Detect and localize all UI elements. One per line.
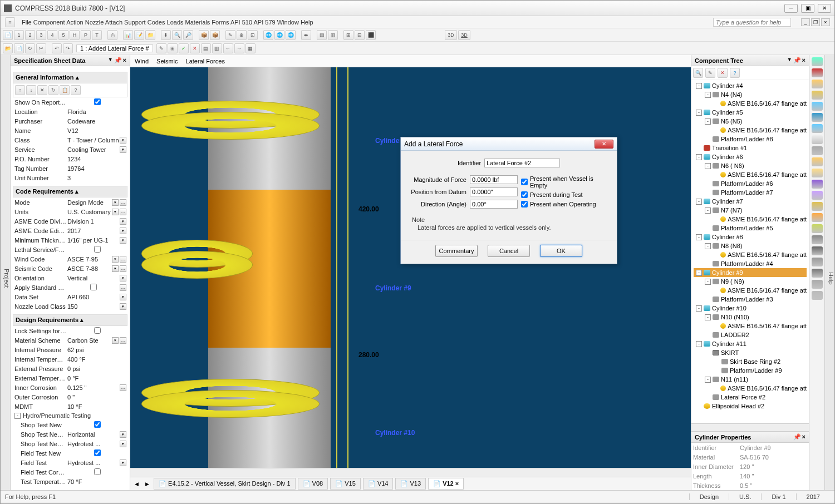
dropdown-icon[interactable]: ▾ xyxy=(112,337,119,344)
property-row[interactable]: Minimum Thickness1/16" per UG-1▾ xyxy=(13,235,127,245)
toolbar-icon[interactable]: 📦 xyxy=(210,30,220,40)
toolbar-icon[interactable]: ⬇ xyxy=(161,30,171,40)
toolbar-icon[interactable]: H xyxy=(70,30,80,40)
section-tool-icon[interactable]: 📋 xyxy=(60,85,70,95)
toolbar-icon[interactable]: 🔍 xyxy=(172,30,182,40)
document-tab[interactable]: 📄 E4.15.2 - Vertical Vessel, Skirt Desig… xyxy=(154,478,296,490)
cancel-button[interactable]: Cancel xyxy=(488,245,530,257)
section-tool-icon[interactable]: ✕ xyxy=(37,85,47,95)
view-tab[interactable]: Seismic xyxy=(156,58,178,65)
dropdown-icon[interactable]: ▾ xyxy=(120,218,126,225)
property-value[interactable]: 2017 xyxy=(66,228,120,234)
more-icon[interactable]: … xyxy=(120,209,126,215)
tree-node[interactable]: Ellipsoidal Head #2 xyxy=(694,402,807,411)
property-value[interactable]: 0 " xyxy=(66,394,127,401)
help-tab[interactable]: Help xyxy=(824,55,834,490)
dropdown-icon[interactable]: ▾ xyxy=(120,137,126,144)
section-header[interactable]: Design Requirements ▴ xyxy=(13,314,127,326)
tb-redo-icon[interactable]: ↷ xyxy=(63,43,73,53)
tree-node[interactable]: -Cylinder #9 xyxy=(694,268,807,277)
tb-undo-icon[interactable]: ↶ xyxy=(52,43,62,53)
palette-component-icon[interactable] xyxy=(812,213,823,222)
property-row[interactable]: Tag Number19764 xyxy=(13,164,127,173)
property-row[interactable]: Internal Temperature400 °F xyxy=(13,354,127,364)
section-header[interactable]: Code Requirements ▴ xyxy=(13,186,127,197)
panel-pin-icon[interactable]: 📌 xyxy=(114,57,122,64)
more-icon[interactable]: … xyxy=(120,265,126,272)
property-row[interactable]: Field Test New xyxy=(13,448,127,458)
tree-expander[interactable]: - xyxy=(696,154,702,160)
toolbar-icon[interactable]: ⊡ xyxy=(248,30,258,40)
dropdown-icon[interactable]: ▾ xyxy=(120,146,126,153)
tree-search-icon[interactable]: 🔍 xyxy=(693,68,703,78)
property-row[interactable]: MDMT10 °F xyxy=(13,402,127,411)
menu-forms[interactable]: Forms xyxy=(212,19,229,26)
tree-node[interactable]: Platform/Ladder #9 xyxy=(694,366,807,375)
props-close-icon[interactable]: × xyxy=(802,433,805,441)
toggle-3d[interactable]: 3D xyxy=(458,30,470,40)
toolbar-icon[interactable]: 🌐 xyxy=(286,30,296,40)
toolbar-icon[interactable]: 🌐 xyxy=(274,30,284,40)
palette-component-icon[interactable] xyxy=(812,224,823,233)
tree-node[interactable]: ASME B16.5/16.47 flange att xyxy=(694,99,807,108)
minimize-button[interactable]: ─ xyxy=(784,4,798,13)
tabs-scroll-right[interactable]: ▶ xyxy=(143,481,151,487)
property-value[interactable]: Design Mode xyxy=(66,199,112,206)
props-pin-icon[interactable]: 📌 xyxy=(793,433,801,441)
property-value[interactable]: 400 °F xyxy=(66,356,127,363)
property-value[interactable]: U.S. Customary xyxy=(66,209,112,215)
view-tab[interactable]: Lateral Forces xyxy=(186,58,225,65)
tree-node[interactable]: -N9 ( N9) xyxy=(694,277,807,286)
tree-node[interactable]: ASME B16.5/16.47 flange att xyxy=(694,126,807,135)
tree-node[interactable]: ASME B16.5/16.47 flange att xyxy=(694,170,807,179)
direction-input[interactable] xyxy=(470,200,518,209)
tb-view2-icon[interactable]: ▥ xyxy=(212,43,222,53)
toolbar-icon[interactable]: ✎ xyxy=(225,30,235,40)
property-row[interactable]: Nozzle Load Class150▾ xyxy=(13,302,127,311)
tree-node[interactable]: -N5 (N5) xyxy=(694,117,807,126)
tree-node[interactable]: Platform/Ladder #8 xyxy=(694,135,807,144)
toolbar-icon[interactable]: 2 xyxy=(25,30,35,40)
tree-node[interactable]: Platform/Ladder #6 xyxy=(694,179,807,188)
palette-component-icon[interactable] xyxy=(812,113,823,122)
property-value[interactable]: Vertical xyxy=(66,275,120,281)
tree-node[interactable]: -Cylinder #4 xyxy=(694,81,807,90)
tb-cut-icon[interactable]: ✂ xyxy=(36,43,46,53)
toolbar-icon[interactable]: T xyxy=(92,30,102,40)
property-value[interactable]: 0 psi xyxy=(66,365,127,372)
property-value[interactable]: 62 psi xyxy=(66,347,127,353)
more-icon[interactable]: … xyxy=(120,284,126,291)
mdi-minimize[interactable]: _ xyxy=(801,18,810,26)
magnitude-input[interactable] xyxy=(470,175,518,184)
menu-loads[interactable]: Loads xyxy=(167,19,184,26)
tree-node[interactable]: ASME B16.5/16.47 flange att xyxy=(694,215,807,224)
property-value[interactable]: ASCE 7-88 xyxy=(66,265,112,272)
dropdown-icon[interactable]: ▾ xyxy=(120,431,126,438)
property-value[interactable] xyxy=(66,421,127,429)
document-tab[interactable]: 📄 V14 xyxy=(363,478,394,490)
tb-view1-icon[interactable]: ▤ xyxy=(201,43,211,53)
property-row[interactable]: LocationFlorida xyxy=(13,107,127,116)
mdi-close[interactable]: × xyxy=(821,18,830,26)
toolbar-icon[interactable]: 🌐 xyxy=(263,30,273,40)
palette-component-icon[interactable] xyxy=(812,157,823,166)
menu-api-579[interactable]: API 579 xyxy=(254,19,276,26)
dialog-close-button[interactable]: ✕ xyxy=(595,140,613,149)
toolbar-icon[interactable]: 5 xyxy=(58,30,68,40)
property-row[interactable]: Data SetAPI 660▾ xyxy=(13,292,127,302)
property-value[interactable]: 0 °F xyxy=(66,375,127,382)
palette-component-icon[interactable] xyxy=(812,246,823,255)
toolbar-icon[interactable]: 3 xyxy=(36,30,46,40)
property-value[interactable]: 3 xyxy=(66,175,127,181)
property-value[interactable]: ASCE 7-95 xyxy=(66,256,112,263)
property-value[interactable]: 150 xyxy=(66,303,120,310)
dropdown-icon[interactable]: ▾ xyxy=(112,209,119,215)
tb-doc-icon[interactable]: 📄 xyxy=(14,43,24,53)
tree-node[interactable]: -N11 (n11) xyxy=(694,375,807,384)
dropdown-icon[interactable]: ▾ xyxy=(120,275,126,281)
property-row[interactable]: Seismic CodeASCE 7-88▾… xyxy=(13,264,127,273)
tree-expander[interactable]: - xyxy=(696,83,702,89)
viewport-3d[interactable]: Cylinder #8Cylinder #9Cylinder #10420.00… xyxy=(130,67,691,468)
app-menu-icon[interactable]: ≡ xyxy=(5,17,15,27)
tree-expander[interactable]: - xyxy=(696,270,702,276)
